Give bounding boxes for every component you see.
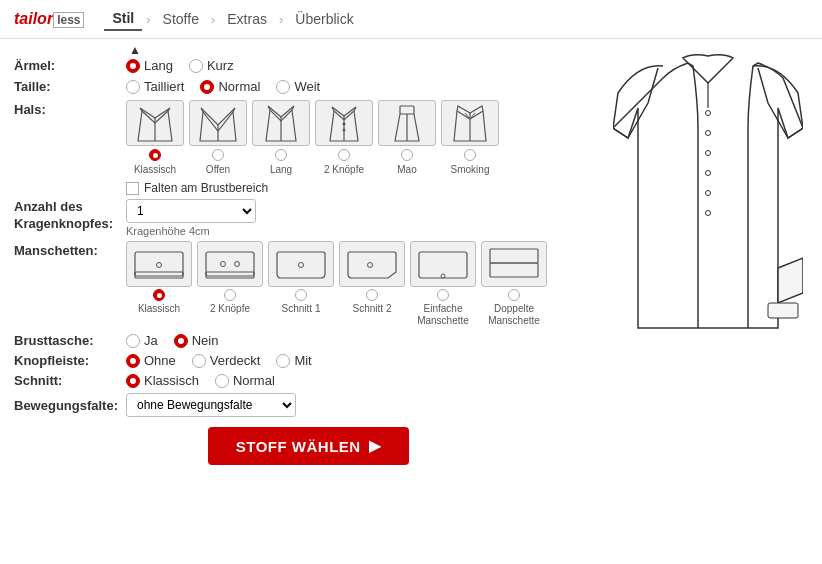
- schnitt-klassisch-label: Klassisch: [144, 373, 199, 388]
- cuff-2knopfe-radio[interactable]: [224, 289, 236, 301]
- schnitt-normal-option[interactable]: Normal: [215, 373, 275, 388]
- cuff-klassisch-label: Klassisch: [138, 303, 180, 314]
- brusttasche-controls: Ja Nein: [126, 333, 218, 348]
- manschetten-row: Manschetten: Klassisch 2 Knöpfe: [14, 241, 603, 327]
- schnitt-label: Schnitt:: [14, 373, 126, 388]
- collar-2knopfe-label: 2 Knöpfe: [324, 164, 364, 175]
- svg-rect-10: [135, 272, 183, 278]
- collar-2knopfe[interactable]: 2 Knöpfe: [315, 100, 373, 175]
- knopfleiste-mit-radio[interactable]: [276, 354, 290, 368]
- knopfleiste-ohne-radio[interactable]: [126, 354, 140, 368]
- bewegungsfalte-label: Bewegungsfalte:: [14, 398, 126, 413]
- cuff-doppelte-thumb: [481, 241, 547, 287]
- collar-mao[interactable]: Mao: [378, 100, 436, 175]
- collar-lang-radio[interactable]: [275, 149, 287, 161]
- shirt-illustration: [613, 48, 803, 358]
- armel-label: Ärmel:: [14, 58, 126, 73]
- collar-lang-label: Lang: [270, 164, 292, 175]
- cuff-2knopfe[interactable]: 2 Knöpfe: [197, 241, 263, 327]
- collar-2knopfe-thumb: [315, 100, 373, 146]
- schnitt-normal-radio[interactable]: [215, 374, 229, 388]
- collar-lang[interactable]: Lang: [252, 100, 310, 175]
- collar-klassisch[interactable]: Klassisch: [126, 100, 184, 175]
- svg-point-11: [157, 263, 162, 268]
- svg-point-24: [706, 151, 711, 156]
- cuff-einfache[interactable]: EinfacheManschette: [410, 241, 476, 327]
- tab-stoffe[interactable]: Stoffe: [155, 8, 207, 30]
- taille-weit-radio[interactable]: [276, 80, 290, 94]
- knopfleiste-verdeckt-option[interactable]: Verdeckt: [192, 353, 261, 368]
- schnitt-klassisch-option[interactable]: Klassisch: [126, 373, 199, 388]
- svg-point-19: [441, 274, 445, 278]
- shirt-preview: [613, 48, 808, 465]
- collar-klassisch-radio[interactable]: [149, 149, 161, 161]
- knopfleiste-row: Knopfleiste: Ohne Verdeckt Mit: [14, 353, 603, 368]
- brusttasche-ja-label: Ja: [144, 333, 158, 348]
- cuff-klassisch-radio[interactable]: [153, 289, 165, 301]
- tab-stil[interactable]: Stil: [104, 7, 142, 31]
- cuff-schnitt2-thumb: [339, 241, 405, 287]
- armel-kurz-radio[interactable]: [189, 59, 203, 73]
- cuff-klassisch[interactable]: Klassisch: [126, 241, 192, 327]
- taille-weit-option[interactable]: Weit: [276, 79, 320, 94]
- collar-mao-radio[interactable]: [401, 149, 413, 161]
- bewegungsfalte-select[interactable]: ohne Bewegungsfalte mit Bewegungsfalte: [126, 393, 296, 417]
- cuff-doppelte-radio[interactable]: [508, 289, 520, 301]
- svg-point-5: [343, 129, 346, 132]
- tab-uberblick[interactable]: Überblick: [287, 8, 361, 30]
- schnitt-klassisch-radio[interactable]: [126, 374, 140, 388]
- tab-extras[interactable]: Extras: [219, 8, 275, 30]
- manschetten-label: Manschetten:: [14, 241, 126, 258]
- brusttasche-nein-option[interactable]: Nein: [174, 333, 219, 348]
- collar-2knopfe-radio[interactable]: [338, 149, 350, 161]
- knopfleiste-mit-option[interactable]: Mit: [276, 353, 311, 368]
- falten-checkbox-option[interactable]: Falten am Brustbereich: [126, 181, 499, 195]
- svg-point-22: [706, 111, 711, 116]
- falten-checkbox[interactable]: [126, 182, 139, 195]
- knopfleiste-label: Knopfleiste:: [14, 353, 126, 368]
- armel-kurz-option[interactable]: Kurz: [189, 58, 234, 73]
- knopfleiste-verdeckt-radio[interactable]: [192, 354, 206, 368]
- hals-label: Hals:: [14, 100, 126, 117]
- taille-tailliert-radio[interactable]: [126, 80, 140, 94]
- brusttasche-nein-radio[interactable]: [174, 334, 188, 348]
- knopfleiste-ohne-option[interactable]: Ohne: [126, 353, 176, 368]
- stoff-wahlen-button[interactable]: STOFF WÄHLEN ▶: [208, 427, 409, 465]
- taille-normal-radio[interactable]: [200, 80, 214, 94]
- kragen-controls: 1 2 Kragenhöhe 4cm: [126, 199, 256, 237]
- kragen-select[interactable]: 1 2: [126, 199, 256, 223]
- cuff-schnitt1[interactable]: Schnitt 1: [268, 241, 334, 327]
- brusttasche-nein-label: Nein: [192, 333, 219, 348]
- taille-normal-option[interactable]: Normal: [200, 79, 260, 94]
- collar-offen[interactable]: Offen: [189, 100, 247, 175]
- collar-offen-label: Offen: [206, 164, 230, 175]
- armel-row: Ärmel: Lang Kurz: [14, 58, 603, 73]
- nav-tabs: Stil › Stoffe › Extras › Überblick: [104, 7, 361, 31]
- collar-mao-label: Mao: [397, 164, 416, 175]
- armel-lang-option[interactable]: Lang: [126, 58, 173, 73]
- cuff-einfache-label: EinfacheManschette: [417, 303, 469, 327]
- collar-smoking-radio[interactable]: [464, 149, 476, 161]
- cuff-schnitt2[interactable]: Schnitt 2: [339, 241, 405, 327]
- svg-rect-13: [206, 272, 254, 278]
- cuff-einfache-radio[interactable]: [437, 289, 449, 301]
- svg-rect-21: [490, 263, 538, 277]
- collar-offen-radio[interactable]: [212, 149, 224, 161]
- cuff-grid: Klassisch 2 Knöpfe Schnitt 1: [126, 241, 547, 327]
- svg-point-26: [706, 191, 711, 196]
- collar-smoking[interactable]: Smoking: [441, 100, 499, 175]
- schnitt-controls: Klassisch Normal: [126, 373, 275, 388]
- armel-lang-radio[interactable]: [126, 59, 140, 73]
- collar-lang-thumb: [252, 100, 310, 146]
- cuff-doppelte[interactable]: DoppelteManschette: [481, 241, 547, 327]
- logo[interactable]: tailorless: [14, 10, 84, 28]
- cuff-schnitt1-radio[interactable]: [295, 289, 307, 301]
- cuff-schnitt2-radio[interactable]: [366, 289, 378, 301]
- cuff-einfache-thumb: [410, 241, 476, 287]
- nav-sep-1: ›: [146, 12, 150, 27]
- taille-tailliert-option[interactable]: Tailliert: [126, 79, 184, 94]
- brusttasche-ja-radio[interactable]: [126, 334, 140, 348]
- stoff-wahlen-label: STOFF WÄHLEN: [236, 438, 361, 455]
- brusttasche-ja-option[interactable]: Ja: [126, 333, 158, 348]
- armel-lang-label: Lang: [144, 58, 173, 73]
